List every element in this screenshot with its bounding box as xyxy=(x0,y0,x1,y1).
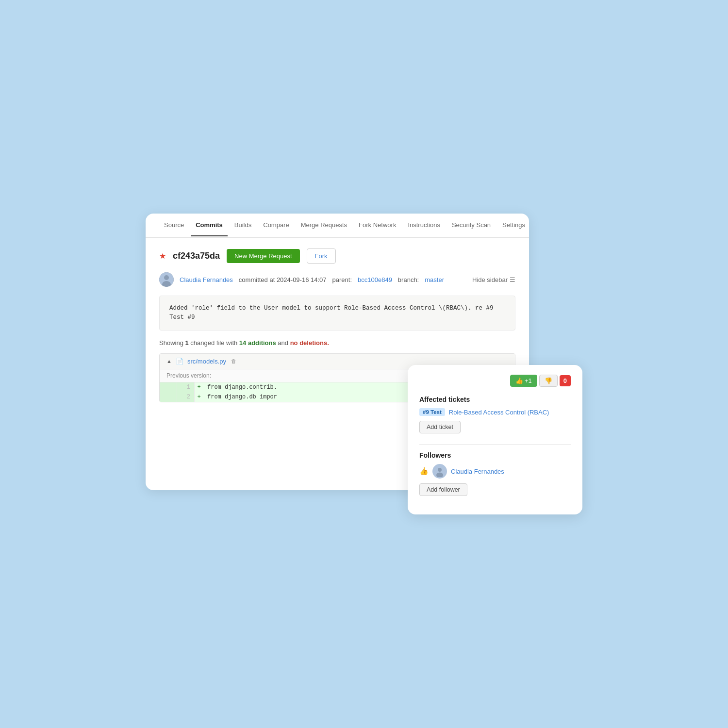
tab-merge-requests[interactable]: Merge Requests xyxy=(296,215,352,236)
affected-tickets-title: Affected tickets xyxy=(419,396,571,403)
commit-hash: cf243a75da xyxy=(173,251,220,261)
vote-row: 👍 +1 👎 0 xyxy=(419,375,571,387)
parent-label: parent: xyxy=(332,276,352,283)
hide-sidebar-button[interactable]: Hide sidebar ☰ xyxy=(472,276,515,283)
committed-at: committed at 2024-09-16 14:07 xyxy=(239,276,327,283)
followers-title: Followers xyxy=(419,451,571,459)
hamburger-icon: ☰ xyxy=(510,276,515,283)
branch-name[interactable]: master xyxy=(425,276,444,283)
vote-down-button[interactable]: 👎 xyxy=(539,375,558,387)
followers-section: Followers 👍 Claudia Fernandes Add follow… xyxy=(419,451,571,505)
tab-instructions[interactable]: Instructions xyxy=(403,215,445,236)
collapse-icon[interactable]: ▲ xyxy=(166,358,172,364)
thumbs-down-icon: 👎 xyxy=(545,377,552,384)
fork-button[interactable]: Fork xyxy=(307,248,336,264)
changed-files-info: Showing 1 changed file with 14 additions… xyxy=(159,339,515,347)
tab-security-scan[interactable]: Security Scan xyxy=(447,215,496,236)
author-name[interactable]: Claudia Fernandes xyxy=(180,276,233,283)
tab-source[interactable]: Source xyxy=(159,215,189,236)
file-icon: 📄 xyxy=(176,358,183,365)
ticket-badge[interactable]: #9 Test xyxy=(419,408,445,416)
tab-commits[interactable]: Commits xyxy=(191,215,228,236)
add-ticket-button[interactable]: Add ticket xyxy=(419,421,461,433)
follower-name[interactable]: Claudia Fernandes xyxy=(451,468,504,475)
ticket-row: #9 Test Role-Based Access Control (RBAC) xyxy=(419,408,571,416)
sidebar-card: 👍 +1 👎 0 Affected tickets #9 Test Role-B… xyxy=(408,365,582,514)
commit-meta: Claudia Fernandes committed at 2024-09-1… xyxy=(159,272,515,287)
scene: Source Commits Builds Compare Merge Requ… xyxy=(146,214,582,514)
parent-hash[interactable]: bcc100e849 xyxy=(358,276,392,283)
add-follower-button[interactable]: Add follower xyxy=(419,483,467,496)
vote-up-count: +1 xyxy=(525,377,532,384)
tab-settings[interactable]: Settings xyxy=(497,215,529,236)
avatar-image xyxy=(159,272,174,287)
vote-down-count-badge: 0 xyxy=(560,375,571,386)
follower-row: 👍 Claudia Fernandes xyxy=(419,464,571,479)
vote-up-button[interactable]: 👍 +1 xyxy=(510,375,537,387)
tabs-bar: Source Commits Builds Compare Merge Requ… xyxy=(146,214,529,238)
tab-fork-network[interactable]: Fork Network xyxy=(354,215,401,236)
commit-message: Added 'role' field to the User model to … xyxy=(159,296,515,331)
divider xyxy=(419,444,571,445)
avatar xyxy=(159,272,174,287)
new-merge-request-button[interactable]: New Merge Request xyxy=(227,249,300,263)
branch-label: branch: xyxy=(398,276,419,283)
svg-point-1 xyxy=(164,275,169,280)
tab-compare[interactable]: Compare xyxy=(258,215,294,236)
file-name[interactable]: src/models.py xyxy=(187,358,226,365)
file-delete-icon[interactable]: 🗑 xyxy=(231,358,236,364)
tab-builds[interactable]: Builds xyxy=(230,215,256,236)
ticket-link[interactable]: Role-Based Access Control (RBAC) xyxy=(449,409,549,416)
thumbs-up-icon: 👍 xyxy=(515,377,523,384)
commit-header: ★ cf243a75da New Merge Request Fork xyxy=(159,248,515,264)
follower-avatar xyxy=(432,464,447,479)
star-icon: ★ xyxy=(159,251,166,261)
svg-point-4 xyxy=(438,468,442,472)
follower-thumb-icon: 👍 xyxy=(419,467,429,476)
